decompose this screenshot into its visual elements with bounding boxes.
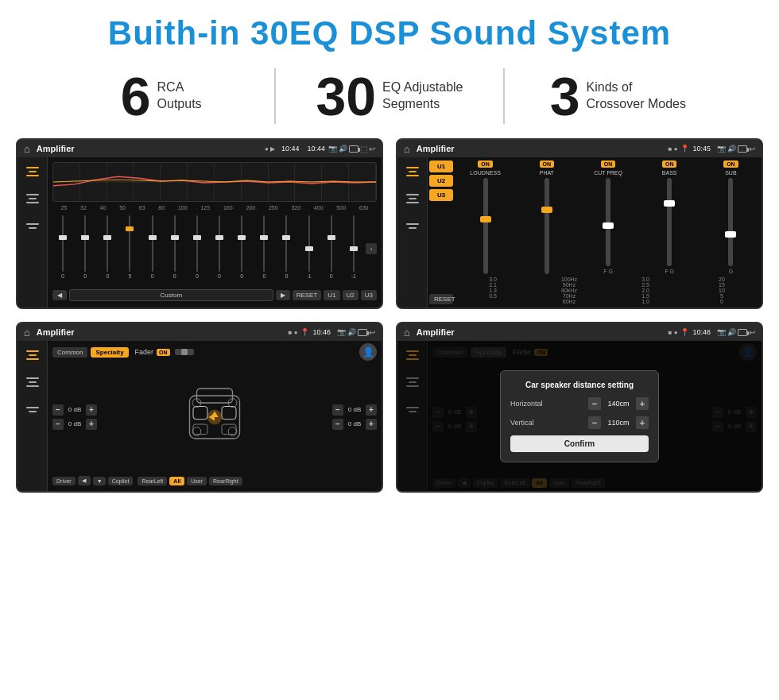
crossover-sidebar-icon-2[interactable] <box>403 191 422 207</box>
db-minus-tl[interactable]: − <box>52 404 64 416</box>
fader-sidebar-icon-1[interactable] <box>23 347 42 363</box>
stats-row: 6 RCA Outputs 30 EQ Adjustable Segments … <box>0 60 779 135</box>
crossover-reset-btn[interactable]: RESET <box>429 294 453 304</box>
fader-sidebar-icon-2[interactable] <box>23 374 42 390</box>
eq-u1-btn[interactable]: U1 <box>324 290 339 300</box>
db-control-bl: − 0 dB + <box>52 419 97 430</box>
crossover-controls: ON LOUDNESS ON PHAT ON CUT FREQ <box>455 157 762 307</box>
music-dots: ● ▶ <box>265 145 275 153</box>
eq-slider-2[interactable]: 0 <box>97 215 118 279</box>
crossover-cols: ON LOUDNESS ON PHAT ON CUT FREQ <box>456 160 760 274</box>
eq-slider-12[interactable]: 0 <box>321 215 342 279</box>
eq-sidebar-icon-3[interactable] <box>23 218 42 234</box>
fader-status-bar: ⌂ Amplifier ■ ● 📍 10:46 📷 🔊 ↩ <box>17 323 382 341</box>
eq-u2-btn[interactable]: U2 <box>343 290 358 300</box>
eq-sidebar-icon-2[interactable] <box>23 191 42 207</box>
eq-arrow-right[interactable]: › <box>366 243 377 254</box>
db-minus-bl[interactable]: − <box>52 419 64 430</box>
dialog-vertical-minus[interactable]: − <box>588 416 601 429</box>
tab-specialty[interactable]: Specialty <box>91 347 128 358</box>
eq-slider-5[interactable]: 0 <box>165 215 185 279</box>
btn-nav-down[interactable]: ▼ <box>93 477 106 485</box>
fader-sidebar-icon-3[interactable] <box>23 401 42 417</box>
status-icon-box-eq <box>349 145 358 153</box>
eq-slider-9[interactable]: 0 <box>254 215 274 279</box>
db-plus-tr[interactable]: + <box>366 404 377 416</box>
svg-rect-3 <box>193 406 207 419</box>
dialog-vertical-row: Vertical − 110cm + <box>510 416 649 429</box>
fader-top-bar: Common Specialty Fader ON 👤 <box>52 344 377 360</box>
btn-nav-left[interactable]: ◀ <box>78 476 91 485</box>
eq-slider-13[interactable]: -1 <box>343 215 364 279</box>
db-minus-br[interactable]: − <box>332 419 343 430</box>
home-icon[interactable]: ⌂ <box>24 143 30 155</box>
eq-preset-custom[interactable]: Custom <box>69 289 273 301</box>
cross-col-bass: ON BASS F G <box>641 160 699 274</box>
fader-bottom-bar: Driver ◀ ▼ Copilot RearLeft All User Rea… <box>52 474 377 488</box>
crossover-freq-row: 3.02.11.30.5 100Hz90Hz80kHz70Hz60Hz 3.02… <box>456 277 760 304</box>
eq-slider-3[interactable]: 5 <box>119 215 140 279</box>
eq-slider-1[interactable]: 0 <box>75 215 95 279</box>
dialog-horizontal-minus[interactable]: − <box>588 397 601 410</box>
dialog-home-icon[interactable]: ⌂ <box>404 327 410 338</box>
dialog-vertical-controls: − 110cm + <box>588 416 649 429</box>
fader-home-icon[interactable]: ⌂ <box>24 327 30 338</box>
dialog-status-dots: ■ ● <box>669 329 678 336</box>
dialog-horizontal-row: Horizontal − 140cm + <box>510 397 649 410</box>
eq-slider-11[interactable]: -1 <box>299 215 320 279</box>
eq-prev-btn[interactable]: ◀ <box>52 290 67 300</box>
eq-graph <box>52 162 377 202</box>
fader-status-dots: ■ ● <box>289 329 298 336</box>
dialog-horizontal-plus[interactable]: + <box>636 397 649 410</box>
crossover-sidebar-icon-1[interactable] <box>403 164 422 180</box>
preset-u3[interactable]: U3 <box>429 189 453 201</box>
crossover-sidebar-icon-3[interactable] <box>403 218 422 234</box>
db-val-tl: 0 dB <box>65 406 84 413</box>
fader-profile-icon[interactable]: 👤 <box>359 343 377 361</box>
db-minus-tr[interactable]: − <box>332 404 343 416</box>
eq-screen-content: 253240506380 100125160200250320 40050063… <box>17 157 382 307</box>
crossover-status-icons: 📷 🔊 ↩ <box>717 145 755 153</box>
eq-u3-btn[interactable]: U3 <box>361 290 377 300</box>
tab-common[interactable]: Common <box>52 347 87 358</box>
eq-time-val: 10:44 <box>307 145 325 153</box>
eq-title: Amplifier <box>37 144 262 153</box>
speaker-right-controls: − 0 dB + − 0 dB + <box>332 363 377 470</box>
fader-main: Common Specialty Fader ON 👤 − 0 dB <box>48 341 382 491</box>
fader-slider-h[interactable] <box>175 349 194 355</box>
page-header: Buith-in 30EQ DSP Sound System <box>0 0 779 60</box>
eq-slider-0[interactable]: 0 <box>52 215 73 279</box>
crossover-screen-content: U1 U2 U3 RESET ON LOUDNESS ON <box>397 157 762 307</box>
dialog-vertical-plus[interactable]: + <box>636 416 649 429</box>
db-plus-bl[interactable]: + <box>86 419 97 430</box>
speaker-left-controls: − 0 dB + − 0 dB + <box>52 363 97 470</box>
preset-u1[interactable]: U1 <box>429 160 453 172</box>
btn-copilot[interactable]: Copilot <box>108 477 134 485</box>
confirm-button[interactable]: Confirm <box>510 435 649 452</box>
db-plus-br[interactable]: + <box>366 419 377 430</box>
btn-driver[interactable]: Driver <box>52 477 76 485</box>
preset-u2[interactable]: U2 <box>429 175 453 187</box>
fader-on-badge: ON <box>157 349 170 356</box>
dialog-status-bar: ⌂ Amplifier ■ ● 📍 10:46 📷 🔊 ↩ <box>397 323 762 341</box>
crossover-screen: ⌂ Amplifier ■ ● 📍 10:45 📷 🔊 ↩ <box>396 138 763 309</box>
dialog-box: Car speaker distance setting Horizontal … <box>500 370 659 462</box>
db-val-tr: 0 dB <box>345 406 364 413</box>
db-control-tl: − 0 dB + <box>52 404 97 416</box>
btn-rearright[interactable]: RearRight <box>209 477 242 485</box>
eq-play-btn[interactable]: ▶ <box>276 290 290 300</box>
eq-reset-btn[interactable]: RESET <box>293 290 322 300</box>
eq-slider-7[interactable]: 0 <box>209 215 230 279</box>
eq-slider-10[interactable]: 0 <box>276 215 296 279</box>
crossover-home-icon[interactable]: ⌂ <box>404 143 410 155</box>
cross-col-cutfreq: ON CUT FREQ F G <box>579 160 637 274</box>
eq-sidebar-icon-1[interactable] <box>23 164 42 180</box>
speaker-layout: − 0 dB + − 0 dB + <box>52 363 377 470</box>
eq-slider-4[interactable]: 0 <box>142 215 163 279</box>
eq-slider-8[interactable]: 0 <box>231 215 252 279</box>
btn-all[interactable]: All <box>169 477 184 485</box>
btn-rearleft[interactable]: RearLeft <box>138 477 167 485</box>
db-plus-tl[interactable]: + <box>86 404 97 416</box>
btn-user[interactable]: User <box>187 477 207 485</box>
eq-slider-6[interactable]: 0 <box>187 215 207 279</box>
